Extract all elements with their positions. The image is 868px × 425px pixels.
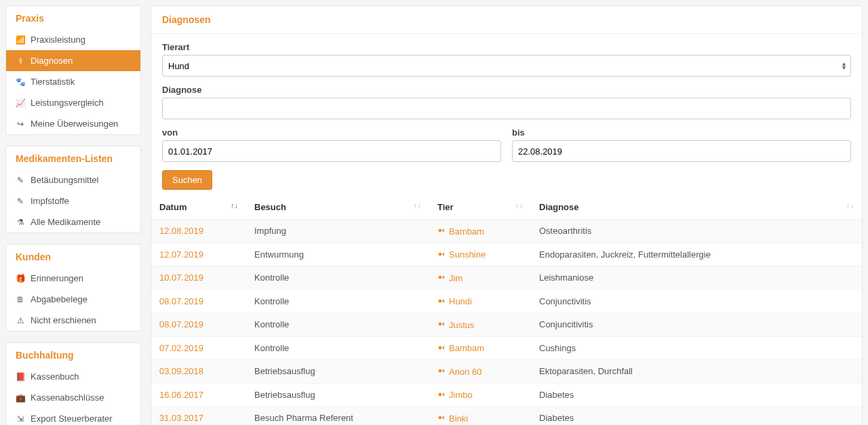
pet-link[interactable]: Jim	[437, 273, 462, 283]
paw-icon: 🐾	[16, 77, 25, 87]
sidebar-item-export-steuerberater[interactable]: ⇲Export Steuerberater	[6, 408, 140, 425]
sidebar-item-leistungsvergleich[interactable]: 📈Leistungsvergleich	[6, 92, 140, 113]
visit-cell: Impfung	[246, 220, 429, 243]
sidebar-item-label: Meine Überweisungen	[31, 119, 118, 129]
pet-name: Binki	[449, 413, 468, 424]
sidebar-item-praxisleistung[interactable]: 📶Praxisleistung	[6, 29, 140, 50]
bis-label: bis	[512, 127, 851, 138]
gift-icon: 🎁	[16, 274, 25, 283]
dog-icon	[437, 367, 446, 376]
date-link[interactable]: 16.06.2017	[159, 390, 203, 400]
dog-icon	[437, 391, 446, 399]
pet-name: Sunshine	[449, 249, 486, 260]
nav-group: Buchhaltung📕Kassenbuch💼Kassenabschlüsse⇲…	[5, 342, 141, 425]
date-link[interactable]: 10.07.2019	[159, 272, 203, 283]
von-input[interactable]	[162, 140, 501, 162]
diagnose-cell: Cushings	[531, 336, 862, 360]
sidebar-item-tierstatistik[interactable]: 🐾Tierstatistik	[6, 71, 140, 92]
pet-name: Hundi	[449, 296, 472, 306]
diagnose-input[interactable]	[162, 98, 851, 119]
diagnose-cell: Leishmaniose	[531, 266, 862, 290]
table-row: 31.03.2017Besuch Pharma ReferentBinkiDia…	[151, 407, 862, 426]
sidebar-item-kassenabschl-sse[interactable]: 💼Kassenabschlüsse	[6, 387, 140, 408]
pet-link[interactable]: Bambam	[437, 226, 484, 237]
sidebar-item-alle-medikamente[interactable]: ⚗Alle Medikamente	[6, 211, 140, 232]
diagnose-cell: Diabetes	[531, 407, 862, 426]
col-diagnose[interactable]: Diagnose↑↓	[531, 195, 862, 220]
transfer-icon: ↪	[16, 119, 25, 129]
sort-icon: ↑↓	[846, 202, 854, 209]
sidebar-item-label: Kassenbuch	[31, 371, 79, 382]
tierart-select[interactable]: Hund	[162, 55, 851, 77]
visit-cell: Kontrolle	[246, 289, 429, 313]
pet-link[interactable]: Binki	[437, 413, 468, 424]
diagnose-cell: Diabetes	[531, 383, 862, 407]
syringe-icon: ✎	[16, 197, 25, 206]
sidebar-item-diagnosen[interactable]: ⚕Diagnosen	[6, 50, 140, 71]
nav-group: Medikamenten-Listen✎Betäubungsmittel✎Imp…	[5, 146, 141, 233]
sort-icon: ↑↓	[515, 202, 523, 209]
sidebar-item-erinnerungen[interactable]: 🎁Erinnerungen	[6, 268, 140, 289]
stethoscope-icon: ⚕	[16, 56, 25, 66]
date-link[interactable]: 12.07.2019	[159, 249, 203, 260]
col-datum[interactable]: Datum↑↓	[151, 195, 246, 220]
pet-link[interactable]: Anon 60	[437, 367, 481, 377]
diagnose-cell: Endoparasiten, Juckreiz, Futtermittelall…	[531, 243, 862, 266]
sidebar-item-label: Alle Medikamente	[31, 217, 100, 227]
sort-icon: ↑↓	[414, 202, 421, 209]
dog-icon	[437, 227, 446, 235]
panel-title: Diagnosen	[151, 6, 862, 34]
pet-name: Jim	[449, 273, 462, 283]
table-row: 12.08.2019ImpfungBambamOsteoarthritis	[151, 220, 862, 243]
date-link[interactable]: 08.07.2019	[159, 319, 203, 329]
sidebar-item-bet-ubungsmittel[interactable]: ✎Betäubungsmittel	[6, 169, 140, 190]
search-button[interactable]: Suchen	[162, 170, 212, 190]
diagnose-cell: Osteoarthritis	[531, 220, 862, 243]
diagnose-cell: Ektoparasiten, Durchfall	[531, 360, 862, 384]
table-row: 16.06.2017BetriebsausflugJimboDiabetes	[151, 383, 862, 407]
nav-group: Kunden🎁Erinnerungen🗎Abgabebelege⚠Nicht e…	[5, 244, 141, 331]
sidebar-item-impfstoffe[interactable]: ✎Impfstoffe	[6, 190, 140, 211]
pet-link[interactable]: Jimbo	[437, 390, 473, 400]
dog-icon	[437, 251, 446, 259]
date-link[interactable]: 31.03.2017	[159, 413, 203, 423]
syringe-icon: ✎	[16, 176, 25, 185]
pet-link[interactable]: Bambam	[437, 343, 484, 353]
briefcase-icon: 💼	[16, 393, 25, 403]
pet-name: Anon 60	[449, 367, 481, 377]
sidebar-item-label: Nicht erschienen	[31, 315, 96, 325]
sidebar-item-label: Kassenabschlüsse	[31, 392, 104, 403]
pet-link[interactable]: Justus	[437, 320, 475, 330]
sidebar-item-kassenbuch[interactable]: 📕Kassenbuch	[6, 366, 140, 387]
warning-icon: ⚠	[16, 316, 25, 325]
sidebar-item-label: Praxisleistung	[31, 35, 85, 45]
nav-group-title: Kunden	[6, 245, 140, 268]
sidebar-item-label: Tierstatistik	[31, 77, 75, 87]
nav-group: Praxis📶Praxisleistung⚕Diagnosen🐾Tierstat…	[5, 5, 141, 135]
sidebar-item-label: Betäubungsmittel	[31, 175, 98, 185]
date-link[interactable]: 12.08.2019	[159, 226, 203, 236]
date-link[interactable]: 03.09.2018	[159, 366, 203, 376]
nav-group-title: Praxis	[6, 6, 140, 29]
sidebar-item-abgabebelege[interactable]: 🗎Abgabebelege	[6, 289, 140, 310]
date-link[interactable]: 07.02.2019	[159, 343, 203, 353]
nav-group-title: Medikamenten-Listen	[6, 146, 140, 169]
diagnose-cell: Conjunctivitis	[531, 289, 862, 313]
diagnose-cell: Conjuncitivitis	[531, 313, 862, 337]
col-besuch[interactable]: Besuch↑↓	[246, 195, 429, 220]
sidebar-item-nicht-erschienen[interactable]: ⚠Nicht erschienen	[6, 310, 140, 331]
table-row: 08.07.2019KontrolleHundiConjunctivitis	[151, 289, 862, 313]
visit-cell: Betriebsausflug	[246, 383, 429, 407]
visit-cell: Entwurmung	[246, 243, 429, 266]
receipt-icon: 🗎	[16, 295, 25, 304]
sidebar-item-meine-berweisungen[interactable]: ↪Meine Überweisungen	[6, 113, 140, 134]
col-tier[interactable]: Tier↑↓	[429, 195, 531, 220]
pet-link[interactable]: Sunshine	[437, 249, 486, 260]
date-link[interactable]: 08.07.2019	[159, 296, 203, 306]
chart-line-icon: 📈	[16, 98, 25, 108]
visit-cell: Besuch Pharma Referent	[246, 407, 429, 426]
table-row: 03.09.2018BetriebsausflugAnon 60Ektopara…	[151, 360, 862, 384]
bis-input[interactable]	[512, 140, 851, 162]
von-label: von	[162, 127, 501, 138]
pet-link[interactable]: Hundi	[437, 296, 472, 306]
